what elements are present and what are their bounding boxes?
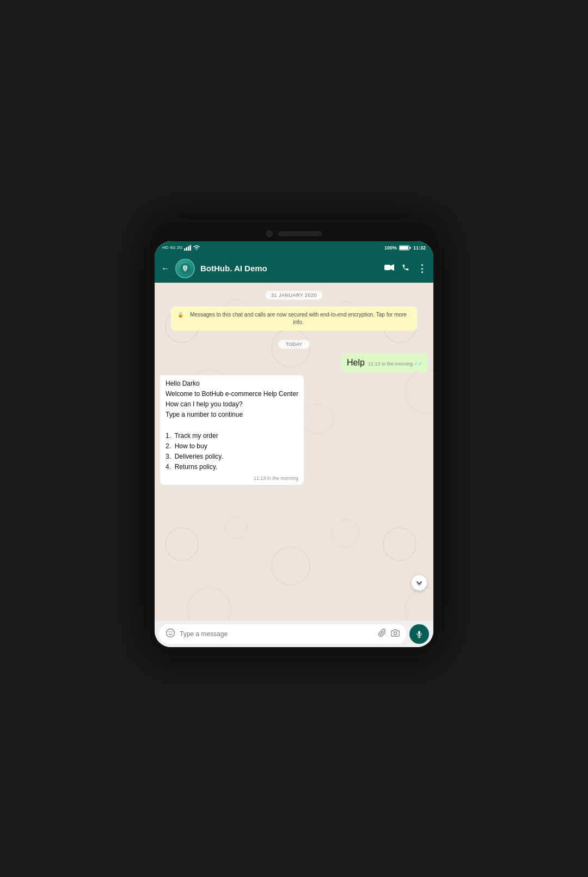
wifi-icon — [193, 245, 200, 251]
phone-screen: HD 4G 2G 100% — [155, 241, 433, 647]
bot-instruction: Type a number to continue — [166, 410, 298, 420]
bot-option-2: 2. How to buy — [166, 441, 298, 452]
today-label: TODAY — [278, 340, 310, 349]
received-message-meta: 11:13 in the morning — [166, 475, 298, 482]
avatar[interactable] — [175, 259, 195, 278]
front-camera — [266, 230, 273, 237]
sent-message-meta: 11:13 in the morning ✓✓ — [368, 361, 422, 368]
network-indicator: HD 4G 2G — [162, 245, 182, 250]
emoji-button[interactable] — [166, 628, 175, 640]
svg-point-10 — [167, 629, 175, 637]
bot-option-4: 4. Returns policy. — [166, 462, 298, 472]
svg-rect-6 — [409, 247, 411, 249]
attach-button[interactable] — [378, 629, 387, 639]
svg-rect-1 — [186, 247, 188, 251]
video-call-icon[interactable] — [384, 264, 394, 272]
encryption-text: Messages to this chat and calls are now … — [186, 311, 411, 326]
status-left: HD 4G 2G — [162, 245, 200, 251]
signal-icon — [184, 245, 192, 251]
lock-icon: 🔒 — [177, 312, 183, 319]
status-right: 100% 11:32 — [384, 245, 426, 251]
battery-icon — [399, 245, 411, 251]
bot-welcome: Welcome to BotHub e-commerce Help Center — [166, 389, 298, 399]
clock-time: 11:32 — [413, 245, 426, 251]
bothub-logo-svg — [180, 263, 191, 274]
svg-rect-5 — [400, 246, 408, 249]
received-bubble: Hello Darko Welcome to BotHub e-commerce… — [160, 375, 304, 485]
sent-bubble: Help 11:13 in the morning ✓✓ — [341, 354, 428, 372]
header-icons: ⋮ — [384, 263, 427, 275]
camera-button[interactable] — [391, 629, 400, 639]
chat-area: 31 JANUARY 2020 🔒 Messages to this chat … — [155, 283, 433, 621]
encryption-notice[interactable]: 🔒 Messages to this chat and calls are no… — [171, 307, 417, 331]
bot-greeting: Hello Darko — [166, 379, 298, 389]
bothub-logo — [177, 260, 193, 277]
svg-rect-8 — [384, 265, 390, 270]
phone-notch — [155, 230, 433, 241]
svg-rect-2 — [188, 246, 189, 251]
chat-area-container: 31 JANUARY 2020 🔒 Messages to this chat … — [155, 283, 433, 621]
received-message-row: Hello Darko Welcome to BotHub e-commerce… — [160, 375, 428, 485]
phone-call-icon[interactable] — [402, 264, 409, 273]
bot-message-text: Hello Darko Welcome to BotHub e-commerce… — [166, 379, 298, 473]
message-input[interactable] — [180, 630, 373, 638]
date-badge: 31 JANUARY 2020 — [160, 289, 428, 299]
mic-icon — [415, 630, 423, 638]
battery-percent: 100% — [384, 245, 397, 251]
phone-frame: HD 4G 2G 100% — [147, 220, 441, 658]
input-wrapper — [159, 624, 406, 644]
bot-option-1: 1. Track my order — [166, 431, 298, 441]
more-options-icon[interactable]: ⋮ — [417, 263, 427, 275]
today-badge: TODAY — [160, 338, 428, 348]
sent-text: Help — [347, 357, 365, 369]
contact-name: BotHub. AI Demo — [200, 264, 379, 273]
earpiece-speaker — [278, 232, 322, 236]
received-time: 11:13 in the morning — [254, 475, 298, 482]
status-bar: HD 4G 2G 100% — [155, 241, 433, 254]
svg-rect-3 — [190, 245, 192, 251]
date-label: 31 JANUARY 2020 — [266, 291, 322, 300]
bot-question: How can I help you today? — [166, 399, 298, 410]
chevron-down-icon — [416, 580, 422, 586]
mic-button[interactable] — [409, 624, 429, 644]
paperclip-icon — [378, 629, 387, 637]
chat-header: ← BotHub. AI Demo — [155, 254, 433, 283]
sent-message-row: Help 11:13 in the morning ✓✓ — [160, 354, 428, 372]
camera-icon — [391, 629, 400, 637]
bot-option-3: 3. Deliveries policy. — [166, 452, 298, 462]
back-button[interactable]: ← — [161, 264, 170, 273]
svg-point-13 — [394, 632, 396, 635]
scroll-down-button[interactable] — [412, 575, 427, 590]
emoji-icon — [166, 628, 175, 638]
read-receipts-icon: ✓✓ — [414, 361, 422, 368]
sent-message-content: Help 11:13 in the morning ✓✓ — [347, 357, 422, 369]
sent-time: 11:13 in the morning — [368, 361, 413, 368]
svg-rect-0 — [184, 248, 186, 251]
input-bar — [155, 621, 433, 647]
svg-rect-14 — [418, 631, 420, 635]
svg-marker-9 — [390, 264, 394, 271]
